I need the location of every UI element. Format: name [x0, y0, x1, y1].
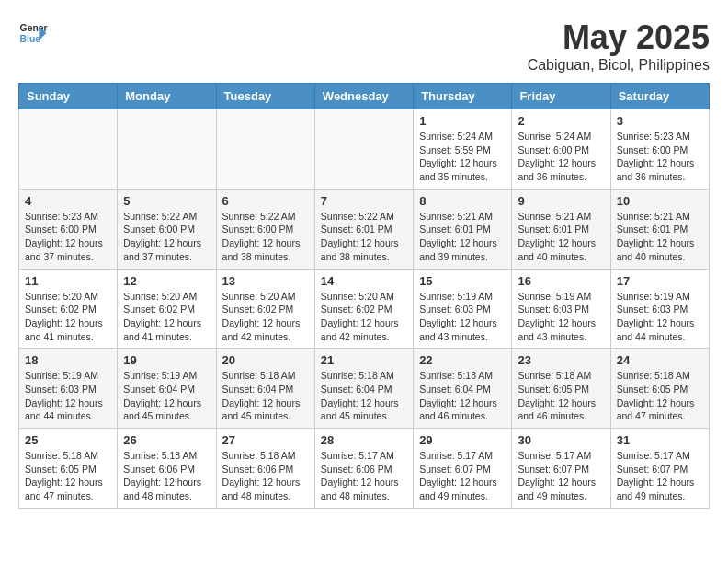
day-info: Sunrise: 5:17 AMSunset: 6:07 PMDaylight:…	[518, 449, 604, 503]
svg-text:Blue: Blue	[20, 34, 41, 44]
day-number: 7	[321, 194, 407, 208]
weekday-header-row: Sunday Monday Tuesday Wednesday Thursday…	[19, 84, 710, 109]
day-info: Sunrise: 5:19 AMSunset: 6:03 PMDaylight:…	[419, 290, 506, 344]
day-number: 21	[321, 353, 407, 367]
table-row: 20Sunrise: 5:18 AMSunset: 6:04 PMDayligh…	[216, 349, 314, 429]
title-block: May 2025 Cabiguan, Bicol, Philippines	[528, 18, 710, 74]
day-number: 29	[419, 433, 506, 447]
day-info: Sunrise: 5:22 AMSunset: 6:00 PMDaylight:…	[123, 210, 210, 264]
table-row: 7Sunrise: 5:22 AMSunset: 6:01 PMDaylight…	[314, 189, 413, 269]
table-row: 3Sunrise: 5:23 AMSunset: 6:00 PMDaylight…	[610, 109, 709, 190]
table-row	[19, 109, 118, 190]
day-info: Sunrise: 5:20 AMSunset: 6:02 PMDaylight:…	[25, 290, 111, 344]
day-number: 8	[419, 194, 506, 208]
day-info: Sunrise: 5:19 AMSunset: 6:03 PMDaylight:…	[518, 290, 604, 344]
table-row: 12Sunrise: 5:20 AMSunset: 6:02 PMDayligh…	[118, 269, 216, 349]
header-wednesday: Wednesday	[314, 84, 413, 109]
day-info: Sunrise: 5:19 AMSunset: 6:03 PMDaylight:…	[25, 369, 111, 423]
day-info: Sunrise: 5:19 AMSunset: 6:03 PMDaylight:…	[617, 290, 703, 344]
table-row: 19Sunrise: 5:19 AMSunset: 6:04 PMDayligh…	[118, 349, 216, 429]
table-row: 27Sunrise: 5:18 AMSunset: 6:06 PMDayligh…	[216, 429, 314, 509]
table-row: 5Sunrise: 5:22 AMSunset: 6:00 PMDaylight…	[118, 189, 216, 269]
day-info: Sunrise: 5:23 AMSunset: 6:00 PMDaylight:…	[617, 130, 703, 184]
table-row: 6Sunrise: 5:22 AMSunset: 6:00 PMDaylight…	[216, 189, 314, 269]
day-info: Sunrise: 5:18 AMSunset: 6:04 PMDaylight:…	[222, 369, 309, 423]
table-row: 24Sunrise: 5:18 AMSunset: 6:05 PMDayligh…	[610, 349, 709, 429]
day-number: 12	[123, 274, 210, 288]
table-row	[314, 109, 413, 190]
day-number: 1	[419, 114, 506, 128]
table-row	[216, 109, 314, 190]
day-number: 26	[123, 433, 210, 447]
table-row: 4Sunrise: 5:23 AMSunset: 6:00 PMDaylight…	[19, 189, 118, 269]
table-row: 15Sunrise: 5:19 AMSunset: 6:03 PMDayligh…	[414, 269, 512, 349]
day-info: Sunrise: 5:18 AMSunset: 6:04 PMDaylight:…	[419, 369, 506, 423]
day-info: Sunrise: 5:18 AMSunset: 6:05 PMDaylight:…	[617, 369, 703, 423]
day-number: 22	[419, 353, 506, 367]
calendar-table: Sunday Monday Tuesday Wednesday Thursday…	[18, 83, 710, 509]
day-info: Sunrise: 5:18 AMSunset: 6:06 PMDaylight:…	[222, 449, 309, 503]
day-info: Sunrise: 5:18 AMSunset: 6:06 PMDaylight:…	[123, 449, 210, 503]
day-number: 18	[25, 353, 111, 367]
table-row: 30Sunrise: 5:17 AMSunset: 6:07 PMDayligh…	[512, 429, 610, 509]
table-row: 17Sunrise: 5:19 AMSunset: 6:03 PMDayligh…	[610, 269, 709, 349]
table-row: 28Sunrise: 5:17 AMSunset: 6:06 PMDayligh…	[314, 429, 413, 509]
day-info: Sunrise: 5:20 AMSunset: 6:02 PMDaylight:…	[222, 290, 309, 344]
day-number: 16	[518, 274, 604, 288]
day-number: 2	[518, 114, 604, 128]
day-info: Sunrise: 5:17 AMSunset: 6:06 PMDaylight:…	[321, 449, 407, 503]
day-number: 27	[222, 433, 309, 447]
header-friday: Friday	[512, 84, 610, 109]
day-info: Sunrise: 5:17 AMSunset: 6:07 PMDaylight:…	[419, 449, 506, 503]
table-row: 9Sunrise: 5:21 AMSunset: 6:01 PMDaylight…	[512, 189, 610, 269]
week-row-2: 4Sunrise: 5:23 AMSunset: 6:00 PMDaylight…	[19, 189, 710, 269]
week-row-3: 11Sunrise: 5:20 AMSunset: 6:02 PMDayligh…	[19, 269, 710, 349]
day-info: Sunrise: 5:17 AMSunset: 6:07 PMDaylight:…	[617, 449, 703, 503]
day-info: Sunrise: 5:20 AMSunset: 6:02 PMDaylight:…	[123, 290, 210, 344]
day-number: 6	[222, 194, 309, 208]
day-info: Sunrise: 5:21 AMSunset: 6:01 PMDaylight:…	[617, 210, 703, 264]
table-row: 26Sunrise: 5:18 AMSunset: 6:06 PMDayligh…	[118, 429, 216, 509]
header-monday: Monday	[118, 84, 216, 109]
day-info: Sunrise: 5:19 AMSunset: 6:04 PMDaylight:…	[123, 369, 210, 423]
day-number: 5	[123, 194, 210, 208]
table-row: 22Sunrise: 5:18 AMSunset: 6:04 PMDayligh…	[414, 349, 512, 429]
day-number: 11	[25, 274, 111, 288]
day-number: 4	[25, 194, 111, 208]
day-info: Sunrise: 5:24 AMSunset: 5:59 PMDaylight:…	[419, 130, 506, 184]
day-info: Sunrise: 5:21 AMSunset: 6:01 PMDaylight:…	[518, 210, 604, 264]
day-info: Sunrise: 5:18 AMSunset: 6:04 PMDaylight:…	[321, 369, 407, 423]
day-number: 19	[123, 353, 210, 367]
week-row-1: 1Sunrise: 5:24 AMSunset: 5:59 PMDaylight…	[19, 109, 710, 190]
day-number: 25	[25, 433, 111, 447]
day-number: 15	[419, 274, 506, 288]
logo-icon: General Blue	[18, 18, 48, 48]
day-info: Sunrise: 5:21 AMSunset: 6:01 PMDaylight:…	[419, 210, 506, 264]
day-info: Sunrise: 5:18 AMSunset: 6:05 PMDaylight:…	[518, 369, 604, 423]
day-number: 3	[617, 114, 703, 128]
table-row: 10Sunrise: 5:21 AMSunset: 6:01 PMDayligh…	[610, 189, 709, 269]
week-row-4: 18Sunrise: 5:19 AMSunset: 6:03 PMDayligh…	[19, 349, 710, 429]
day-number: 24	[617, 353, 703, 367]
calendar-subtitle: Cabiguan, Bicol, Philippines	[528, 57, 710, 74]
day-number: 23	[518, 353, 604, 367]
table-row: 16Sunrise: 5:19 AMSunset: 6:03 PMDayligh…	[512, 269, 610, 349]
day-number: 9	[518, 194, 604, 208]
day-number: 20	[222, 353, 309, 367]
day-info: Sunrise: 5:22 AMSunset: 6:00 PMDaylight:…	[222, 210, 309, 264]
header-saturday: Saturday	[610, 84, 709, 109]
table-row: 13Sunrise: 5:20 AMSunset: 6:02 PMDayligh…	[216, 269, 314, 349]
table-row: 18Sunrise: 5:19 AMSunset: 6:03 PMDayligh…	[19, 349, 118, 429]
day-info: Sunrise: 5:24 AMSunset: 6:00 PMDaylight:…	[518, 130, 604, 184]
day-number: 28	[321, 433, 407, 447]
table-row: 21Sunrise: 5:18 AMSunset: 6:04 PMDayligh…	[314, 349, 413, 429]
day-info: Sunrise: 5:22 AMSunset: 6:01 PMDaylight:…	[321, 210, 407, 264]
day-number: 14	[321, 274, 407, 288]
day-number: 13	[222, 274, 309, 288]
header-sunday: Sunday	[19, 84, 118, 109]
table-row: 1Sunrise: 5:24 AMSunset: 5:59 PMDaylight…	[414, 109, 512, 190]
logo: General Blue	[18, 18, 48, 48]
day-number: 31	[617, 433, 703, 447]
table-row: 31Sunrise: 5:17 AMSunset: 6:07 PMDayligh…	[610, 429, 709, 509]
table-row: 11Sunrise: 5:20 AMSunset: 6:02 PMDayligh…	[19, 269, 118, 349]
